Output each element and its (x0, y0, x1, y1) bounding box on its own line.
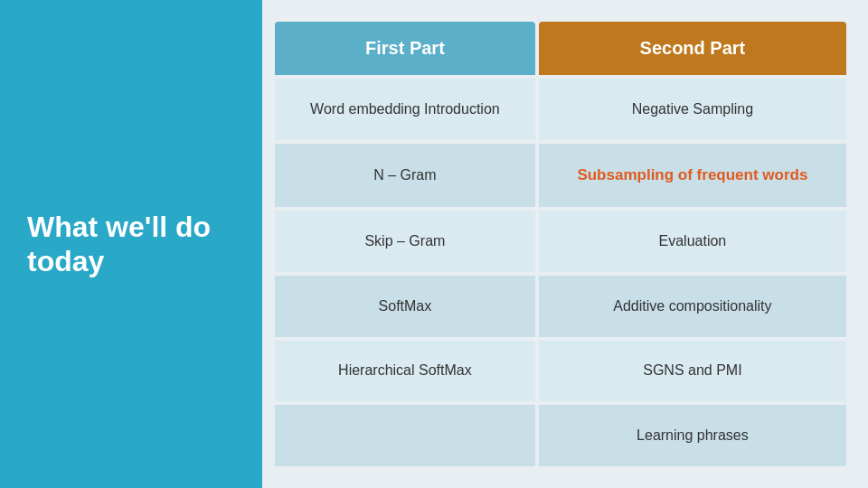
header-first-part: First Part (275, 22, 535, 75)
table-row: SoftMaxAdditive compositionality (275, 276, 846, 337)
header-second-part: Second Part (539, 22, 846, 75)
col1-cell: N – Gram (275, 144, 535, 208)
slide-title: What we'll do today (27, 210, 235, 279)
col2-cell: Evaluation (539, 211, 846, 272)
table-row: Skip – GramEvaluation (275, 211, 846, 272)
col2-cell: Subsampling of frequent words (539, 144, 846, 208)
col1-cell: SoftMax (275, 276, 535, 337)
table-row: N – GramSubsampling of frequent words (275, 144, 846, 208)
right-panel: First Part Second Part Word embedding In… (262, 0, 868, 488)
col1-cell: Hierarchical SoftMax (275, 341, 535, 402)
col1-cell: Word embedding Introduction (275, 79, 535, 140)
col2-cell: Additive compositionality (539, 276, 846, 337)
content-table-wrapper: First Part Second Part Word embedding In… (271, 18, 850, 470)
col2-cell: Negative Sampling (539, 79, 846, 140)
col1-cell: Skip – Gram (275, 211, 535, 272)
content-table: First Part Second Part Word embedding In… (271, 18, 850, 470)
col1-cell (275, 405, 535, 466)
col2-cell: SGNS and PMI (539, 341, 846, 402)
table-row: Learning phrases (275, 405, 846, 466)
table-header-row: First Part Second Part (275, 22, 846, 75)
col2-cell: Learning phrases (539, 405, 846, 466)
table-row: Hierarchical SoftMaxSGNS and PMI (275, 341, 846, 402)
left-panel: What we'll do today (0, 0, 262, 488)
table-row: Word embedding IntroductionNegative Samp… (275, 79, 846, 140)
